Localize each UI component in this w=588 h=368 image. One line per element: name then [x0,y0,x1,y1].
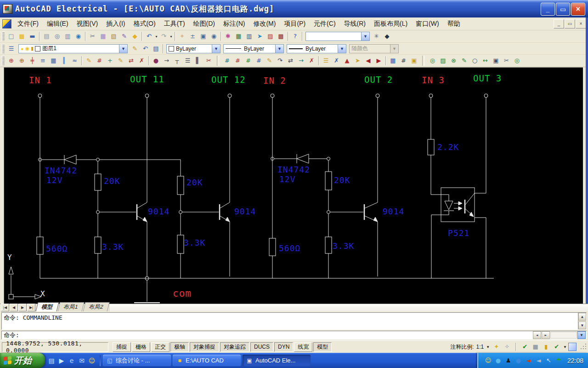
cut-icon[interactable]: ✂ [88,32,97,41]
menu-文件-f[interactable]: 文件(F) [13,18,43,29]
paste-icon[interactable]: ▧ [109,32,119,41]
layer-combo[interactable]: ● ◉ ▮ 图层1 ▼ [18,44,128,53]
menu-帮助[interactable]: 帮助 [443,18,464,29]
destination-signal-arrow-icon[interactable]: ✗ [332,56,341,65]
undo-icon[interactable]: ↶ [144,32,154,41]
toggle-捕捉[interactable]: 捕捉 [113,342,131,352]
swap-wire-number-icon[interactable]: ⇄ [286,56,295,65]
drawing-canvas[interactable] [4,67,583,304]
move-wire-number-icon[interactable]: # [254,56,264,65]
lineweight-combo[interactable]: ByLayer ▼ [287,44,346,53]
layer-freeze-icon[interactable]: ◉ [25,46,30,52]
undo-dropdown-icon[interactable]: ▾ [154,34,158,39]
multiple-catalog-icon[interactable]: ☰ [183,56,192,65]
layer-previous-icon[interactable]: ↶ [141,44,150,53]
menu-导线-r[interactable]: 导线(R) [340,18,370,29]
link-components-icon[interactable]: ⊗ [449,56,458,65]
menu-工具-t[interactable]: 工具(T) [160,18,189,29]
save-icon[interactable]: ▬ [28,32,37,41]
annotation-scale-dropdown-icon[interactable]: ▼ [486,345,490,349]
menu-标注-n[interactable]: 标注(N) [219,18,249,29]
menu-面板布局-l[interactable]: 面板布局(L) [370,18,412,29]
panel-footprint-icon[interactable]: ▣ [409,56,419,65]
layer-on-icon[interactable]: ● [21,46,24,52]
tab-布局1[interactable]: 布局1 [58,302,85,311]
menu-元件-c[interactable]: 元件(C) [310,18,339,29]
volume-active-icon[interactable]: ◄ [525,356,532,365]
combo-arrow-icon[interactable]: ▼ [338,45,346,53]
fix-wire-gaps-icon[interactable]: # [95,56,104,65]
layer-properties-icon[interactable]: ▤ [151,44,161,53]
publish-icon[interactable]: ▥ [63,32,73,41]
lock-ui-icon[interactable]: ▮ [541,342,551,351]
plot-preview-icon[interactable]: ◎ [52,32,62,41]
mdi-restore-button[interactable]: ▭ [565,19,575,29]
quick-calc-icon[interactable]: ▩ [276,32,286,41]
edit-attributes-icon[interactable]: ✎ [116,56,125,65]
insert-plug-icon[interactable]: ▌ [193,56,203,65]
3d-dwf-icon[interactable]: ◉ [74,32,83,41]
tray-dropdown-icon[interactable]: ▼ [563,345,567,349]
menu-绘图-d[interactable]: 绘图(D) [189,18,219,29]
zoom-realtime-icon[interactable]: ± [188,32,198,41]
toggle-栅格[interactable]: 栅格 [132,342,150,352]
volume-icon[interactable]: ◄ [535,356,543,365]
status-ok-icon[interactable]: ✔ [520,342,530,351]
project-utilities-icon[interactable]: ▨ [266,32,275,41]
menu-视图-v[interactable]: 视图(V) [73,18,102,29]
toggle-ducs[interactable]: DUCS [250,342,273,352]
insert-wire-number-icon[interactable]: # [222,56,232,65]
clean-screen-button[interactable] [568,343,577,351]
schematic-reports-icon[interactable]: ▥ [244,32,254,41]
tab-nav-1-button[interactable]: ◀ [10,304,18,311]
image-tile-icon[interactable]: ▣ [491,56,501,65]
block-editor-icon[interactable]: ◆ [130,32,140,41]
insert-component-icon[interactable]: ⊕ [6,56,16,65]
annotation-autoscale-icon[interactable]: ✧ [502,342,512,351]
copy-icon[interactable]: ▦ [98,32,108,41]
mark-stamp-icon[interactable]: ◆ [382,32,392,41]
copy-wire-number-icon[interactable]: # [243,56,253,65]
project-manager-icon[interactable]: ✱ [223,32,233,41]
toggle-线宽[interactable]: 线宽 [294,342,312,352]
delete-wire-number-icon[interactable]: ✗ [307,56,317,65]
combo-arrow-icon[interactable]: ▼ [212,45,220,53]
redo-dropdown-icon[interactable]: ▾ [169,34,173,39]
qq-icon[interactable]: ♟ [504,356,512,365]
toggle-对象捕捉[interactable]: 对象捕捉 [190,342,219,352]
outlook-icon[interactable]: ✉ [78,356,86,365]
linetype-combo[interactable]: ByLayer ▼ [223,44,284,53]
scroll-right-icon[interactable]: ► [542,331,550,339]
toggle-模型[interactable]: 模型 [313,342,332,352]
command-history[interactable]: 命令: COMMANDLINE ▲ ▼ [1,312,587,330]
previous-drawing-icon[interactable]: ◀ [363,56,373,65]
menu-插入-i[interactable]: 插入(I) [102,18,129,29]
edit-component-icon[interactable]: ✎ [84,56,94,65]
circuit-surfer-icon[interactable]: ➤ [255,32,265,41]
scroll-down-icon[interactable]: ▼ [578,322,586,329]
tab-nav-3-button[interactable]: ▶| [27,304,35,311]
signal-surfer-icon[interactable]: ➤ [353,56,362,65]
minimize-button[interactable]: _ [541,3,555,16]
messenger-icon[interactable]: ☺ [88,356,96,365]
quick-select-combo[interactable]: ▼ [305,32,370,41]
media-player-icon[interactable]: ▶ [57,356,66,365]
wire-arrow-icon[interactable]: → [162,56,171,65]
command-input[interactable]: 命令: ◄ ► ▼ [1,331,587,339]
toggle-极轴[interactable]: 极轴 [170,342,189,352]
wire-number-leader-icon[interactable]: ✎ [265,56,274,65]
cross-reference-icon[interactable]: ▲ [342,56,352,65]
edit-wire-number-icon[interactable]: # [233,56,243,65]
zoom-lens-icon[interactable]: ○ [470,56,480,65]
wire-type-icon[interactable]: ≈ [70,56,79,65]
user-defined-icon[interactable]: ✳ [372,32,381,41]
layer-lock-icon[interactable]: ▮ [31,46,34,52]
layers-icon[interactable]: ☰ [6,44,16,53]
open-folder-icon[interactable]: ■ [17,32,27,41]
zoom-window-icon[interactable]: ▣ [198,32,208,41]
crimp-tool-icon[interactable]: ✂ [204,56,214,65]
plot-icon[interactable]: ▤ [42,32,51,41]
wire-number-exchange-icon[interactable]: → [296,56,306,65]
antivirus-umbrella-icon[interactable]: ☂ [555,356,563,365]
toggle-nc-no-icon[interactable]: ● [151,56,161,65]
